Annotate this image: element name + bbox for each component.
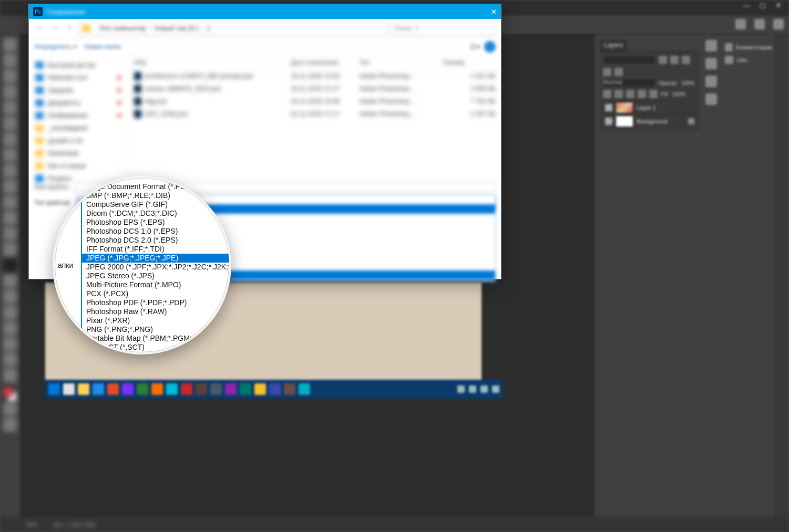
window-maximize[interactable]: ◻	[760, 1, 766, 9]
nav-back[interactable]: ←	[34, 23, 46, 34]
crumb-item[interactable]: Этот компьютер	[99, 25, 146, 32]
heal-tool[interactable]	[3, 148, 17, 162]
layer-row[interactable]: Background	[603, 114, 696, 128]
filter-icon[interactable]	[603, 68, 611, 76]
format-option[interactable]: Pixar (*.PXR)	[82, 316, 231, 325]
organize-button[interactable]: Упорядочить	[34, 43, 77, 50]
nav-up[interactable]: ↑	[64, 23, 75, 34]
layer-name[interactable]: Layer 1	[637, 105, 656, 111]
crop-tool[interactable]	[3, 101, 17, 114]
sidebar-item[interactable]: _Антиквариат	[29, 122, 128, 134]
quickmask-toggle[interactable]	[3, 402, 17, 416]
file-header[interactable]: Имя Дата изменения Тип Размер	[129, 56, 501, 70]
zoom-tool[interactable]	[3, 353, 17, 367]
breadcrumb[interactable]: › Этот компьютер › Новый том (D:) › 1	[78, 22, 387, 35]
layers-tab[interactable]: Layers	[600, 40, 627, 51]
lasso-tool[interactable]	[3, 69, 17, 83]
opacity-value[interactable]: 100%	[681, 80, 695, 86]
format-option[interactable]: PCX (*.PCX)	[82, 289, 231, 298]
crumb-item[interactable]: Новый том (D:)	[155, 25, 199, 32]
format-option[interactable]: Photoshop PDF (*.PDF;*.PDP)	[82, 298, 231, 307]
edit-toolbar[interactable]	[3, 369, 17, 382]
share-icon[interactable]	[773, 19, 784, 29]
move-tool[interactable]	[3, 38, 17, 51]
file-row[interactable]: architecture-1138973_960 (копия).psd 16.…	[129, 70, 501, 82]
status-zoom[interactable]: 50%	[26, 521, 38, 528]
visibility-icon[interactable]	[605, 118, 612, 125]
brush-tool[interactable]	[3, 164, 17, 178]
file-row[interactable]: DSC_6156.psd 02.12.2020 17:17 Adobe Phot…	[129, 108, 501, 120]
frame-tool[interactable]	[3, 117, 17, 130]
help-icon[interactable]	[484, 41, 496, 53]
file-row[interactable]: vfgj.psd 20.11.2020 15:46 Adobe Photosho…	[129, 95, 501, 108]
file-row[interactable]: canvas-1868879_1920.psd 16.11.2020 17:27…	[129, 82, 501, 95]
lock-icon[interactable]	[614, 90, 623, 98]
mini-panel-icon[interactable]	[705, 40, 717, 51]
window-close[interactable]: ✕	[775, 1, 782, 9]
hand-tool[interactable]	[3, 337, 17, 351]
format-option[interactable]: Photoshop Raw (*.RAW)	[82, 307, 231, 316]
blend-mode-select[interactable]: Normal	[603, 78, 655, 88]
mini-panel-icon[interactable]	[705, 76, 717, 87]
color-swatch[interactable]	[3, 388, 17, 401]
sidebar-item[interactable]: Загрузки 📌	[29, 84, 128, 97]
gradient-tool[interactable]	[3, 227, 17, 241]
type-tool[interactable]	[3, 290, 17, 304]
sidebar-item[interactable]: Документы 📌	[29, 97, 128, 109]
view-options-icon[interactable]: ☰▾	[469, 43, 480, 51]
format-option[interactable]: Dicom (*.DCM;*.DC3;*.DIC)	[82, 209, 231, 218]
lock-icon[interactable]	[603, 90, 611, 98]
screenmode-toggle[interactable]	[3, 418, 17, 432]
lock-icon[interactable]	[626, 90, 634, 98]
panel-comments[interactable]: Комментарии	[725, 41, 772, 54]
filter-icon[interactable]	[670, 56, 679, 64]
format-option[interactable]: Photoshop DCS 1.0 (*.EPS)	[82, 227, 231, 236]
dodge-tool[interactable]	[3, 258, 17, 272]
search-input[interactable]: Поиск: 1	[391, 22, 496, 35]
vertical-tab-strip[interactable]	[774, 35, 789, 517]
format-option[interactable]: JPEG Stereo (*.JPS)	[82, 272, 231, 280]
col-name[interactable]: Имя	[134, 59, 291, 66]
filter-icon[interactable]	[682, 56, 690, 64]
mini-panel-icon[interactable]	[705, 93, 717, 105]
layer-row[interactable]: Layer 1	[603, 100, 696, 114]
sidebar-item[interactable]: Рабочий стол 📌	[29, 71, 128, 84]
sidebar-item[interactable]: Изображения 📌	[29, 109, 128, 122]
visibility-icon[interactable]	[605, 104, 612, 111]
search-icon[interactable]	[735, 19, 746, 29]
col-size[interactable]: Размер	[443, 59, 496, 66]
eraser-tool[interactable]	[3, 211, 17, 225]
sidebar-item[interactable]: Downloads	[29, 147, 128, 160]
format-option[interactable]: IFF Format (*.IFF;*.TDI)	[82, 245, 231, 254]
fg-color[interactable]	[3, 388, 13, 397]
mini-panel-icon[interactable]	[705, 58, 717, 69]
format-option[interactable]: JPEG (*.JPG;*.JPEG;*.JPE)	[82, 254, 231, 263]
crumb-item[interactable]: 1	[207, 25, 211, 32]
workspace-icon[interactable]	[754, 19, 765, 29]
layer-filter[interactable]	[603, 55, 655, 65]
stamp-tool[interactable]	[3, 180, 17, 193]
blur-tool[interactable]	[3, 243, 17, 256]
filter-icon[interactable]	[614, 68, 623, 76]
history-brush-tool[interactable]	[3, 195, 17, 209]
fill-value[interactable]: 100%	[672, 91, 686, 97]
dialog-close[interactable]: ✕	[491, 8, 497, 16]
path-tool[interactable]	[3, 306, 17, 319]
lock-icon[interactable]	[638, 90, 646, 98]
sidebar-item[interactable]: Как-то назыв	[29, 160, 128, 172]
panel-libs[interactable]: Libs	[725, 54, 772, 66]
format-option[interactable]: Photoshop EPS (*.EPS)	[82, 218, 231, 227]
format-option[interactable]: Multi-Picture Format (*.MPO)	[82, 280, 231, 289]
dialog-titlebar[interactable]: Ps Сохранение ✕	[29, 4, 501, 19]
window-minimize[interactable]: —	[743, 1, 750, 9]
layer-name[interactable]: Background	[637, 118, 668, 124]
new-folder-button[interactable]: Новая папка	[84, 43, 121, 50]
sidebar-item[interactable]: Быстрый доступ	[29, 59, 128, 71]
col-type[interactable]: Тип	[359, 59, 443, 66]
pen-tool[interactable]	[3, 274, 17, 288]
lock-icon[interactable]	[649, 90, 658, 98]
nav-forward[interactable]: →	[49, 23, 60, 34]
filter-icon[interactable]	[659, 56, 667, 64]
wand-tool[interactable]	[3, 85, 17, 99]
format-option[interactable]: JPEG 2000 (*.JPF;*.JPX;*.JP2;*.J2C;*.J2K…	[82, 263, 231, 272]
